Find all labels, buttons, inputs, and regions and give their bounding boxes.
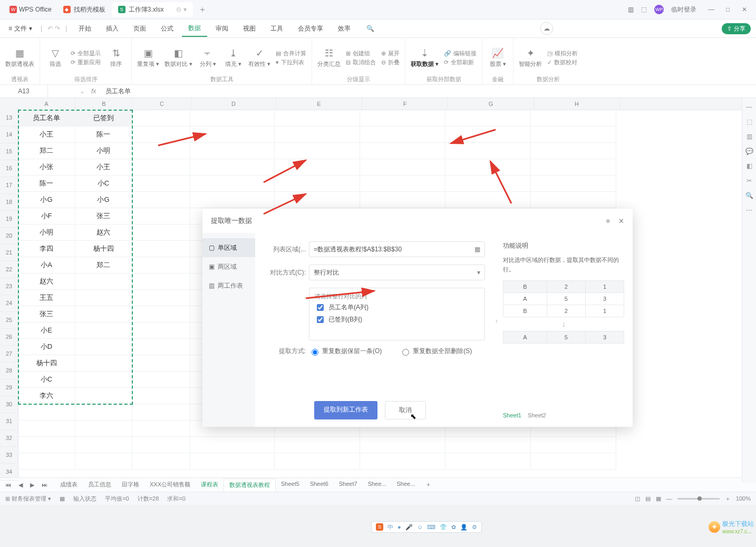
data-cell[interactable]: 郑二 bbox=[75, 257, 132, 273]
radio-delete-all[interactable]: 重复数据全部删除(S) bbox=[400, 347, 472, 356]
nav-single-region[interactable]: ▢ 单区域 bbox=[202, 238, 255, 257]
smart-button[interactable]: ✦智能分析 bbox=[519, 47, 542, 68]
validate-button[interactable]: ✓ 数据校对 bbox=[547, 58, 578, 66]
avatar[interactable]: WP bbox=[654, 5, 664, 14]
row-header[interactable]: 14 bbox=[0, 126, 18, 143]
tab-prev[interactable]: ◀ bbox=[18, 482, 23, 489]
data-cell[interactable]: 小明 bbox=[75, 142, 132, 159]
menu-view[interactable]: 视图 bbox=[237, 21, 262, 36]
dialog-close-icon[interactable]: ✕ bbox=[618, 217, 624, 225]
row-header[interactable]: 23 bbox=[0, 278, 18, 295]
menu-insert[interactable]: 插入 bbox=[100, 21, 125, 36]
row-header[interactable]: 21 bbox=[0, 245, 18, 261]
row-header[interactable]: 27 bbox=[0, 346, 18, 363]
data-cell[interactable]: 小E bbox=[18, 322, 75, 338]
cancel-button[interactable]: 取消 bbox=[385, 401, 426, 419]
data-cell[interactable] bbox=[75, 322, 132, 338]
data-cell[interactable]: 小明 bbox=[18, 224, 75, 240]
sort-button[interactable]: ⇅排序 bbox=[106, 47, 126, 68]
data-cell[interactable] bbox=[75, 371, 132, 387]
row-header[interactable]: 34 bbox=[0, 464, 18, 481]
row-header[interactable]: 28 bbox=[0, 363, 18, 379]
data-cell[interactable]: 郑二 bbox=[18, 142, 75, 159]
cloud-icon[interactable]: ☁ bbox=[540, 22, 553, 35]
reapply-button[interactable]: ⟳ 重新应用 bbox=[71, 58, 101, 66]
col-header[interactable]: E bbox=[276, 98, 362, 110]
redo-button[interactable]: ↷ bbox=[55, 25, 60, 32]
chevron-down-icon[interactable]: ▾ bbox=[477, 269, 480, 276]
data-cell[interactable]: 小G bbox=[75, 191, 132, 208]
data-cell[interactable]: 已签到 bbox=[75, 110, 132, 126]
valid-button[interactable]: ✓有效性 ▾ bbox=[248, 47, 270, 68]
col-header[interactable]: H bbox=[534, 98, 620, 110]
cell-reference[interactable]: A13 bbox=[0, 85, 48, 97]
refresh-all-button[interactable]: ⟳ 全部刷新 bbox=[444, 58, 477, 66]
login-label[interactable]: 临时登录 bbox=[671, 5, 696, 14]
col-header[interactable]: D bbox=[191, 98, 276, 110]
close-button[interactable]: ✕ bbox=[737, 6, 752, 13]
row-header[interactable]: 24 bbox=[0, 295, 18, 312]
data-cell[interactable] bbox=[75, 338, 132, 355]
zoom-slider[interactable] bbox=[677, 498, 720, 500]
share-button[interactable]: ⇪ 分享 bbox=[722, 23, 751, 34]
row-header[interactable]: 29 bbox=[0, 379, 18, 396]
data-cell[interactable]: 小王 bbox=[75, 159, 132, 175]
stock-button[interactable]: 📈股票 ▾ bbox=[488, 47, 508, 68]
split-button[interactable]: ⫟分列 ▾ bbox=[198, 48, 218, 68]
data-cell[interactable]: 小王 bbox=[18, 126, 75, 142]
sheet-tab[interactable]: 成绩表 bbox=[55, 478, 83, 491]
data-cell[interactable]: 杨十四 bbox=[75, 240, 132, 257]
row-header[interactable]: 17 bbox=[0, 177, 18, 194]
minimize-button[interactable]: — bbox=[704, 6, 719, 13]
menu-tools[interactable]: 工具 bbox=[264, 21, 289, 36]
data-cell[interactable]: 小G bbox=[18, 191, 75, 208]
sheet-tab[interactable]: Sheet6 bbox=[305, 478, 334, 491]
sheet-tab[interactable]: 田字格 bbox=[117, 478, 144, 491]
fx-label[interactable]: fx bbox=[85, 87, 102, 95]
menu-member[interactable]: 会员专享 bbox=[292, 21, 329, 36]
data-cell[interactable]: 陈一 bbox=[18, 175, 75, 191]
extract-button[interactable]: 提取到新工作表 bbox=[314, 401, 377, 419]
tab-first[interactable]: ⏮ bbox=[5, 482, 11, 488]
zoom-out[interactable]: — bbox=[666, 495, 672, 502]
status-grid-icon[interactable]: ▦ bbox=[60, 495, 65, 502]
side-layers-icon[interactable]: ◧ bbox=[747, 162, 752, 170]
row-header[interactable]: 16 bbox=[0, 160, 18, 177]
col-header[interactable]: G bbox=[448, 98, 534, 110]
new-tab-button[interactable]: ＋ bbox=[193, 4, 212, 15]
sheet-tab[interactable]: Shee... bbox=[392, 478, 421, 491]
help-tab-sheet1[interactable]: Sheet1 bbox=[503, 412, 521, 418]
data-cell[interactable]: 张三 bbox=[75, 208, 132, 224]
radio-keep-one[interactable]: 重复数据保留一条(O) bbox=[309, 347, 382, 356]
col-header[interactable]: F bbox=[362, 98, 448, 110]
compare-button[interactable]: ◧数据对比 ▾ bbox=[164, 47, 192, 68]
data-cell[interactable]: 张三 bbox=[18, 306, 75, 322]
menu-review[interactable]: 审阅 bbox=[209, 21, 235, 36]
data-cell[interactable] bbox=[75, 387, 132, 404]
sheet-tab[interactable]: 数据透视表教程 bbox=[224, 478, 276, 491]
nav-two-sheets[interactable]: ▥ 两工作表 bbox=[202, 276, 255, 295]
data-cell[interactable] bbox=[75, 355, 132, 371]
side-expand-icon[interactable]: — bbox=[746, 103, 752, 111]
status-workbook[interactable]: ⊞ 财务报表管理 ▾ bbox=[5, 495, 51, 503]
sheet-tab[interactable]: Sheet5 bbox=[276, 478, 305, 491]
menu-efficiency[interactable]: 效率 bbox=[332, 21, 357, 36]
menu-data[interactable]: 数据 bbox=[182, 21, 207, 37]
data-cell[interactable]: 王五 bbox=[18, 289, 75, 306]
data-cell[interactable]: 赵六 bbox=[75, 224, 132, 240]
zoom-in[interactable]: ＋ bbox=[725, 495, 731, 503]
menu-page[interactable]: 页面 bbox=[127, 21, 152, 36]
range-picker-icon[interactable]: ▦ bbox=[474, 246, 480, 253]
data-cell[interactable]: 小C bbox=[75, 175, 132, 191]
data-cell[interactable]: 李六 bbox=[18, 387, 75, 404]
data-cell[interactable]: 小A bbox=[18, 257, 75, 273]
row-header[interactable]: 13 bbox=[0, 110, 18, 126]
cube-icon[interactable]: ⬚ bbox=[641, 6, 647, 13]
row-header[interactable]: 15 bbox=[0, 143, 18, 160]
data-cell[interactable] bbox=[75, 306, 132, 322]
dropdown-button[interactable]: ▾ 下拉列表 bbox=[276, 58, 306, 66]
undo-button[interactable]: ↶ bbox=[47, 25, 53, 32]
data-cell[interactable]: 小张 bbox=[18, 159, 75, 175]
subtotal-button[interactable]: ☷分类汇总 bbox=[317, 47, 341, 68]
ungroup-button[interactable]: ⊟ 取消组合 bbox=[346, 58, 376, 66]
